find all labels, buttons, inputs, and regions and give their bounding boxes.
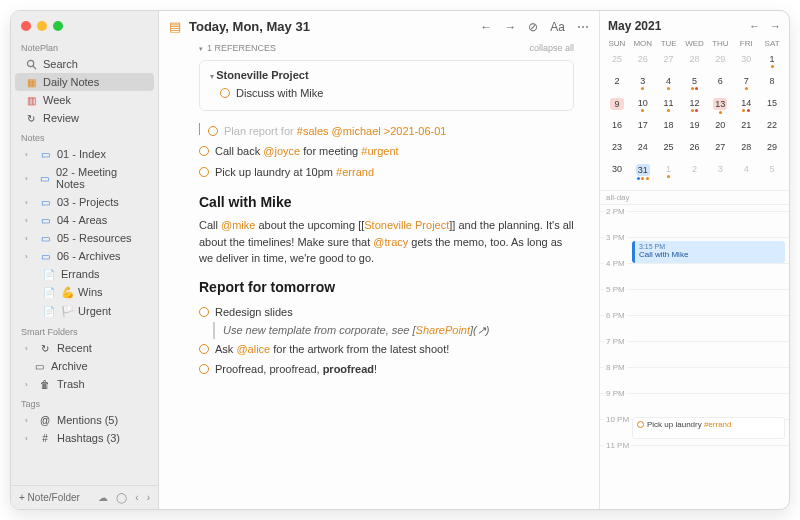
smart-folder-row[interactable]: ›↻Recent — [15, 339, 154, 357]
sidebar-item-daily-notes[interactable]: ▦Daily Notes — [15, 73, 154, 91]
calendar-day[interactable]: 3 — [630, 74, 656, 96]
reference-box[interactable]: ▾ Stoneville Project Discuss with Mike — [199, 60, 574, 111]
nav-back-icon[interactable]: ← — [480, 20, 492, 34]
todo-ring-icon[interactable] — [199, 167, 209, 177]
calendar-day[interactable]: 4 — [656, 74, 682, 96]
tag-row[interactable]: ›@Mentions (5) — [15, 411, 154, 429]
todo-row[interactable]: Pick up laundry at 10pm #errand — [199, 162, 574, 183]
calendar-day[interactable]: 12 — [682, 96, 708, 118]
nav-forward-icon[interactable]: → — [504, 20, 516, 34]
sidebar-item-review[interactable]: ↻Review — [15, 109, 154, 127]
folder-row[interactable]: ›▭03 - Projects — [15, 193, 154, 211]
calendar-day[interactable]: 31 — [630, 162, 656, 184]
calendar-day[interactable]: 13 — [707, 96, 733, 118]
todo-row[interactable]: Redesign slides — [199, 302, 574, 323]
calendar-day[interactable]: 28 — [682, 52, 708, 74]
calendar-day[interactable]: 22 — [759, 118, 785, 140]
calendar-day[interactable]: 19 — [682, 118, 708, 140]
more-icon[interactable]: ⋯ — [577, 20, 589, 34]
calendar-day[interactable]: 10 — [630, 96, 656, 118]
calendar-day[interactable]: 29 — [759, 140, 785, 162]
font-button[interactable]: Aa — [550, 20, 565, 34]
calendar-day[interactable]: 28 — [733, 140, 759, 162]
todo-ring-icon[interactable] — [208, 126, 218, 136]
calendar-day[interactable]: 7 — [733, 74, 759, 96]
calendar-day[interactable]: 5 — [759, 162, 785, 184]
calendar-day[interactable]: 21 — [733, 118, 759, 140]
calendar-day[interactable]: 6 — [707, 74, 733, 96]
todo-ring-icon[interactable] — [220, 88, 230, 98]
calendar-day[interactable]: 20 — [707, 118, 733, 140]
calendar-day[interactable]: 23 — [604, 140, 630, 162]
smart-header: Smart Folders — [11, 321, 158, 339]
cal-next-icon[interactable]: → — [770, 20, 781, 32]
calendar-day[interactable]: 3 — [707, 162, 733, 184]
calendar-day[interactable]: 14 — [733, 96, 759, 118]
calendar-day[interactable]: 25 — [656, 140, 682, 162]
calendar-event[interactable]: Pick up laundry #errand — [632, 417, 785, 439]
cal-prev-icon[interactable]: ← — [749, 20, 760, 32]
chevron-right-icon[interactable]: › — [147, 492, 150, 503]
calendar-day[interactable]: 30 — [604, 162, 630, 184]
folder-row[interactable]: ›▭05 - Resources — [15, 229, 154, 247]
calendar-day[interactable]: 1 — [759, 52, 785, 74]
calendar-day[interactable]: 9 — [604, 96, 630, 118]
chevron-left-icon[interactable]: ‹ — [135, 492, 138, 503]
calendar-day[interactable]: 2 — [682, 162, 708, 184]
todo-row[interactable]: Call back @joyce for meeting #urgent — [199, 141, 574, 162]
calendar-day[interactable]: 18 — [656, 118, 682, 140]
add-note-button[interactable]: + Note/Folder — [19, 492, 80, 503]
sidebar-item-week[interactable]: ▥Week — [15, 91, 154, 109]
calendar-day[interactable]: 26 — [682, 140, 708, 162]
folder-row[interactable]: ›▭02 - Meeting Notes — [15, 163, 154, 193]
calendar-day[interactable]: 5 — [682, 74, 708, 96]
calendar-day[interactable]: 30 — [733, 52, 759, 74]
calendar-event[interactable]: 3:15 PMCall with Mike — [632, 241, 785, 263]
calendar-day[interactable]: 1 — [656, 162, 682, 184]
folder-row[interactable]: ›▭04 - Areas — [15, 211, 154, 229]
search-row[interactable]: Search — [15, 55, 154, 73]
todo-ring-icon[interactable] — [199, 364, 209, 374]
calendar-day[interactable]: 2 — [604, 74, 630, 96]
calendar-day[interactable]: 17 — [630, 118, 656, 140]
file-row[interactable]: 📄Errands — [15, 265, 154, 283]
calendar-day[interactable]: 24 — [630, 140, 656, 162]
app-name: NotePlan — [11, 37, 158, 55]
check-circle-icon[interactable]: ⊘ — [528, 20, 538, 34]
smart-folder-row[interactable]: ›🗑Trash — [15, 375, 154, 393]
folder-row[interactable]: ›▭06 - Archives — [15, 247, 154, 265]
editor-toolbar: ← → ⊘ Aa ⋯ — [480, 20, 589, 34]
calendar-day[interactable]: 26 — [630, 52, 656, 74]
tag-row[interactable]: ›#Hashtags (3) — [15, 429, 154, 447]
zoom-dot-icon[interactable] — [53, 21, 63, 31]
file-row[interactable]: 📄💪 Wins — [15, 283, 154, 302]
close-dot-icon[interactable] — [21, 21, 31, 31]
cloud-icon[interactable]: ☁ — [98, 492, 108, 503]
todo-ring-icon[interactable] — [199, 344, 209, 354]
sync-icon[interactable]: ◯ — [116, 492, 127, 503]
editor-body[interactable]: ▾ 1 REFERENCES collapse all ▾ Stoneville… — [159, 38, 599, 390]
calendar-dow: FRI — [733, 37, 759, 52]
todo-row[interactable]: Ask @alice for the artwork from the late… — [199, 339, 574, 360]
timeline[interactable]: 2 PM3 PM4 PM5 PM6 PM7 PM8 PM9 PM10 PM11 … — [600, 205, 789, 509]
calendar-day[interactable]: 8 — [759, 74, 785, 96]
calendar-day[interactable]: 11 — [656, 96, 682, 118]
calendar-day[interactable]: 27 — [656, 52, 682, 74]
file-row[interactable]: 📄🏳️ Urgent — [15, 302, 154, 321]
section-heading: Call with Mike — [199, 192, 574, 213]
minimize-dot-icon[interactable] — [37, 21, 47, 31]
todo-ring-icon[interactable] — [199, 146, 209, 156]
smart-folder-row[interactable]: ▭Archive — [15, 357, 154, 375]
calendar-day[interactable]: 29 — [707, 52, 733, 74]
calendar-day[interactable]: 16 — [604, 118, 630, 140]
todo-row[interactable]: Proofread, proofread, proofread! — [199, 359, 574, 380]
calendar-day[interactable]: 27 — [707, 140, 733, 162]
collapse-all-button[interactable]: collapse all — [529, 42, 574, 56]
calendar-day[interactable]: 4 — [733, 162, 759, 184]
folder-row[interactable]: ›▭01 - Index — [15, 145, 154, 163]
todo-row[interactable]: Plan report for #sales @michael >2021-06… — [199, 121, 574, 142]
calendar-day[interactable]: 25 — [604, 52, 630, 74]
references-header[interactable]: ▾ 1 REFERENCES collapse all — [199, 42, 574, 56]
todo-ring-icon[interactable] — [199, 307, 209, 317]
calendar-day[interactable]: 15 — [759, 96, 785, 118]
